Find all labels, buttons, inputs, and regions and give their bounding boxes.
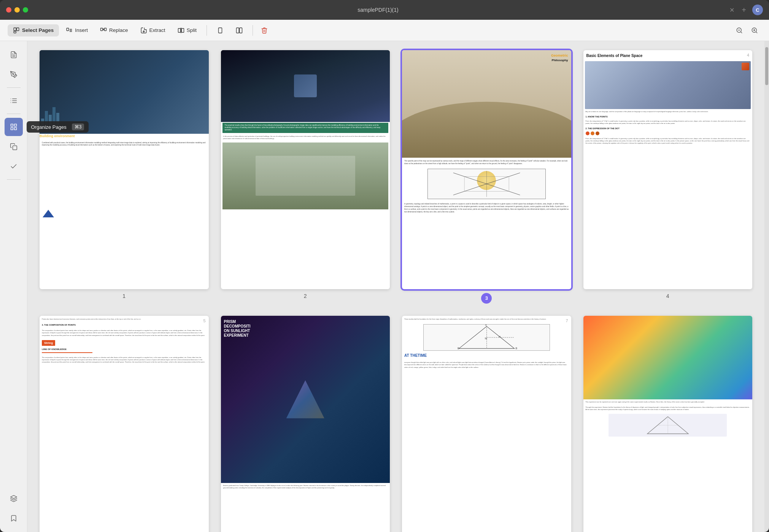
- svg-rect-7: [101, 28, 103, 31]
- p7-atthetime-text: AT THETIME: [402, 352, 571, 359]
- p4-body-1: Point, the interpretation of "C flat" is…: [583, 119, 753, 126]
- p4-dots: [583, 131, 753, 136]
- page-item-8: 8 This experiment can be repeated over a…: [583, 316, 753, 532]
- extract-icon: [140, 27, 147, 34]
- svg-text:B: B: [458, 347, 459, 350]
- close-button[interactable]: [6, 7, 11, 13]
- p3-header: Geometric Philosophy: [402, 50, 571, 158]
- pages-grid: 1: [40, 50, 752, 532]
- p8-image: [583, 316, 753, 399]
- svg-rect-12: [181, 28, 184, 32]
- sign-icon: [10, 163, 17, 170]
- p5-underline: [42, 352, 92, 353]
- list-icon: [10, 97, 17, 104]
- window-title: samplePDF(1)(1): [33, 7, 723, 13]
- p8-triangle-svg: [615, 415, 721, 435]
- toolbar-separator-1: [207, 25, 207, 36]
- corner-number-4: 4: [747, 52, 749, 58]
- corner-number-7: 7: [566, 318, 568, 324]
- page-thumb-6[interactable]: 6 PRISMDECOMPOSITION SUNLIGHTEXPERIMENT …: [221, 316, 390, 532]
- page-thumb-5[interactable]: 5 Points also have dominant and recessiv…: [40, 316, 209, 532]
- p6-caption: Newton graduated from Trinity College, C…: [221, 483, 390, 491]
- svg-rect-8: [104, 28, 106, 31]
- sidebar-icon-doc[interactable]: [5, 46, 23, 64]
- zoom-out-button[interactable]: [732, 24, 746, 37]
- avatar: C: [752, 5, 763, 15]
- p3-body-2: In geometry, topology and related branch…: [402, 201, 571, 215]
- page-thumb-2[interactable]: 2 The practical results show that throug…: [221, 50, 390, 289]
- p3-yellow-title: Geometric: [551, 53, 568, 58]
- sidebar-divider-3: [7, 179, 21, 180]
- sidebar-icon-sign[interactable]: [5, 157, 23, 176]
- traffic-lights: [6, 7, 28, 13]
- app-window: samplePDF(1)(1) ✕ + C Select Pages Inser…: [0, 0, 769, 532]
- page-thumb-8[interactable]: 8 This experiment can be repeated over a…: [583, 316, 753, 532]
- doc-icon: [10, 51, 17, 59]
- page-thumb-1[interactable]: 1: [40, 50, 209, 289]
- bookmark-icon: [10, 515, 17, 522]
- page-thumb-3[interactable]: 3 Geometric Philosophy: [402, 50, 571, 289]
- p8-body-repeat: This experiment can be repeated over and…: [583, 399, 753, 405]
- titlebar: samplePDF(1)(1) ✕ + C: [0, 0, 769, 20]
- svg-point-25: [13, 74, 14, 75]
- svg-rect-36: [13, 146, 17, 150]
- insert-button[interactable]: Insert: [60, 24, 93, 36]
- page-content-5: 5 Points also have dominant and recessiv…: [40, 316, 209, 532]
- p4-dot-3: [596, 131, 599, 135]
- svg-rect-13: [218, 28, 222, 33]
- replace-button[interactable]: Replace: [95, 24, 133, 36]
- sidebar-icon-organize[interactable]: [5, 118, 23, 136]
- sidebar-icon-bookmark[interactable]: [5, 509, 23, 527]
- svg-rect-1: [17, 28, 19, 31]
- page-item-1: 1: [40, 50, 209, 304]
- p5-line-knowledge: LINE OF KNOWLEDGE: [40, 347, 209, 352]
- pages-area: 1: [27, 41, 764, 532]
- view-single-button[interactable]: [211, 24, 229, 36]
- p1-arrow: [43, 210, 54, 217]
- p6-bg: PRISMDECOMPOSITION SUNLIGHTEXPERIMENT: [221, 316, 390, 483]
- p4-dot-2: [591, 131, 594, 135]
- p5-string-label: String: [40, 339, 209, 347]
- extract-button[interactable]: Extract: [135, 24, 171, 36]
- new-tab-button[interactable]: +: [740, 6, 748, 14]
- sidebar-divider-1: [7, 87, 21, 88]
- svg-marker-37: [10, 496, 17, 499]
- delete-button[interactable]: [257, 24, 271, 37]
- select-pages-button[interactable]: Select Pages: [8, 24, 59, 36]
- tab-close-button[interactable]: ✕: [728, 6, 736, 14]
- p2-img-top: [221, 50, 390, 122]
- copy-icon: [10, 143, 17, 150]
- page-item-5: 5 Points also have dominant and recessiv…: [40, 316, 209, 532]
- maximize-button[interactable]: [23, 7, 28, 13]
- view-double-button[interactable]: [230, 24, 248, 36]
- sidebar-icon-list[interactable]: [5, 92, 23, 110]
- page-thumb-4[interactable]: 4 Basic Elements of Plane Space Any art …: [583, 50, 753, 289]
- page-thumb-7[interactable]: 7 These studies laid the foundation for …: [402, 316, 571, 532]
- p4-dot-1: [586, 131, 589, 135]
- p4-section-1: 1. KNOW THE POINTS: [583, 114, 753, 119]
- sidebar-icon-copy[interactable]: [5, 138, 23, 156]
- p5-body-line: The composition of ordered points here m…: [40, 354, 209, 366]
- page-item-3: 3 Geometric Philosophy: [402, 50, 571, 304]
- scrollbar-thumb[interactable]: [765, 47, 768, 85]
- p7-body-intro: These studies laid the foundation for th…: [402, 316, 571, 323]
- p3-title-block: Geometric Philosophy: [551, 53, 568, 62]
- sidebar-icon-layers[interactable]: [5, 489, 23, 508]
- layers-icon: [10, 495, 17, 502]
- p3-subtitle: Philosophy: [551, 58, 568, 62]
- insert-icon: [66, 27, 73, 34]
- toolbar-separator-2: [253, 25, 253, 36]
- svg-text:B: B: [515, 347, 517, 350]
- page-number-1: 1: [122, 293, 126, 299]
- zoom-out-icon: [736, 27, 743, 34]
- sidebar-icon-pen[interactable]: [5, 65, 23, 84]
- p1-header: [40, 50, 209, 134]
- page-content-2: 2 The practical results show that throug…: [221, 50, 390, 289]
- page-number-4: 4: [666, 293, 669, 299]
- minimize-button[interactable]: [14, 7, 20, 13]
- p6-title: PRISMDECOMPOSITION SUNLIGHTEXPERIMENT: [224, 320, 251, 338]
- split-button[interactable]: Split: [172, 24, 202, 36]
- svg-text:A: A: [485, 325, 487, 326]
- p5-section-3: 3. THE COMPOSITION OF POINTS: [40, 323, 209, 327]
- zoom-in-button[interactable]: [748, 24, 761, 37]
